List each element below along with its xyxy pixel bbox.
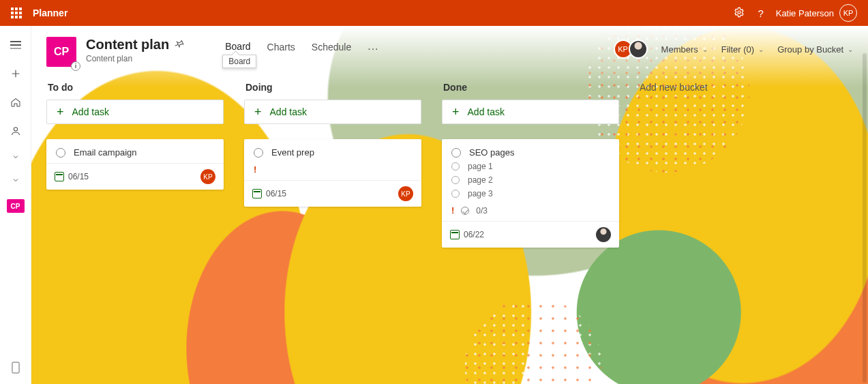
complete-circle-icon[interactable] [56, 148, 65, 158]
device-icon[interactable] [9, 361, 23, 374]
subtask-label: page 2 [468, 175, 493, 185]
more-icon[interactable]: ··· [368, 43, 378, 55]
user-avatar[interactable]: KP [839, 4, 857, 22]
filter-dropdown[interactable]: Filter (0)⌄ [721, 44, 764, 55]
complete-circle-icon[interactable] [451, 148, 461, 158]
subtask-circle-icon[interactable] [451, 162, 460, 171]
help-icon[interactable]: ? [750, 8, 772, 19]
plan-tile[interactable]: CP i [46, 37, 76, 67]
add-task-button[interactable]: + Add task [442, 100, 619, 124]
plan-title[interactable]: Content plan [86, 37, 169, 53]
calendar-icon [450, 230, 460, 239]
subtask-circle-icon[interactable] [451, 176, 460, 184]
tab-charts[interactable]: Charts [267, 42, 295, 57]
app-name: Planner [33, 8, 68, 18]
chevron-down-icon: ⌄ [758, 46, 764, 53]
chevron-down-icon: ⌄ [702, 46, 708, 53]
plus-icon: + [254, 105, 262, 119]
task-card[interactable]: Event prep ! 06/15 KP [244, 139, 421, 207]
subtask-label: page 1 [468, 162, 493, 171]
add-bucket-label: Add new bucket [640, 82, 817, 93]
plus-icon: + [57, 105, 64, 119]
bucket-title[interactable]: To do [46, 82, 224, 93]
checklist-progress-icon [461, 207, 469, 215]
board: To do + Add task Email campaign 06/15 [31, 67, 868, 248]
plan-header: CP i Content plan Content plan Board Cha… [31, 26, 868, 67]
new-plan-icon[interactable] [9, 67, 23, 80]
complete-circle-icon[interactable] [254, 148, 263, 158]
chevron-down-icon: ⌄ [848, 46, 853, 53]
subtask-circle-icon[interactable] [451, 190, 460, 198]
plan-shortcut[interactable]: CP [7, 199, 25, 213]
app-launcher-icon[interactable] [11, 8, 22, 18]
svg-point-0 [738, 11, 740, 14]
due-date: 06/22 [450, 230, 484, 239]
task-title: Event prep [271, 147, 314, 158]
groupby-dropdown[interactable]: Group by Bucket⌄ [777, 44, 853, 55]
task-title: SEO pages [469, 147, 515, 158]
pin-icon[interactable] [173, 38, 186, 52]
chevron-down-icon[interactable] [9, 153, 23, 161]
my-tasks-icon[interactable] [9, 124, 23, 138]
app-header: Planner ? Katie Paterson KP [0, 0, 868, 26]
assignee-avatar[interactable] [596, 227, 611, 242]
settings-icon[interactable] [728, 7, 750, 20]
bucket-title[interactable]: Doing [244, 82, 421, 93]
calendar-icon [55, 172, 64, 181]
due-date: 06/15 [252, 189, 286, 198]
svg-rect-2 [12, 362, 18, 373]
bucket-todo: To do + Add task Email campaign 06/15 [46, 82, 224, 190]
bucket-title[interactable]: Done [442, 82, 619, 93]
chevron-down-icon[interactable] [9, 176, 23, 184]
hub-icon[interactable] [9, 95, 23, 109]
members-dropdown[interactable]: Members⌄ [661, 44, 708, 55]
member-avatars[interactable]: KP [618, 40, 648, 59]
add-task-button[interactable]: + Add task [46, 100, 224, 124]
bucket-doing: Doing + Add task Event prep ! [244, 82, 421, 207]
task-card[interactable]: SEO pages page 1 page 2 page 3 ! 0/3 [442, 139, 619, 248]
tab-schedule[interactable]: Schedule [312, 42, 351, 57]
assignee-avatar[interactable]: KP [200, 169, 215, 184]
due-date: 06/15 [55, 172, 89, 181]
tab-tooltip: Board [222, 55, 256, 68]
subtask-list: page 1 page 2 page 3 [451, 162, 610, 198]
hamburger-icon[interactable] [9, 38, 23, 52]
checklist-progress: 0/3 [476, 206, 488, 216]
main-area: CP i Content plan Content plan Board Cha… [31, 26, 868, 384]
vertical-scrollbar[interactable] [863, 53, 867, 383]
assignee-avatar[interactable]: KP [398, 186, 413, 201]
add-task-button[interactable]: + Add task [244, 100, 421, 124]
priority-icon: ! [254, 164, 256, 175]
plan-subtitle: Content plan [86, 54, 184, 63]
calendar-icon [252, 189, 262, 198]
left-nav-rail: CP [0, 26, 31, 384]
task-card[interactable]: Email campaign 06/15 KP [46, 139, 224, 190]
priority-icon: ! [451, 205, 454, 216]
user-name[interactable]: Katie Paterson [776, 8, 834, 18]
svg-point-1 [14, 128, 17, 131]
plus-icon: + [452, 105, 460, 119]
avatar [629, 40, 648, 59]
add-bucket[interactable]: Add new bucket [640, 82, 817, 100]
view-tabs: Board Charts Schedule ··· Board [225, 37, 378, 57]
subtask-label: page 3 [468, 189, 493, 198]
task-title: Email campaign [74, 147, 137, 158]
bucket-done: Done + Add task SEO pages page 1 page 2 … [442, 82, 619, 248]
